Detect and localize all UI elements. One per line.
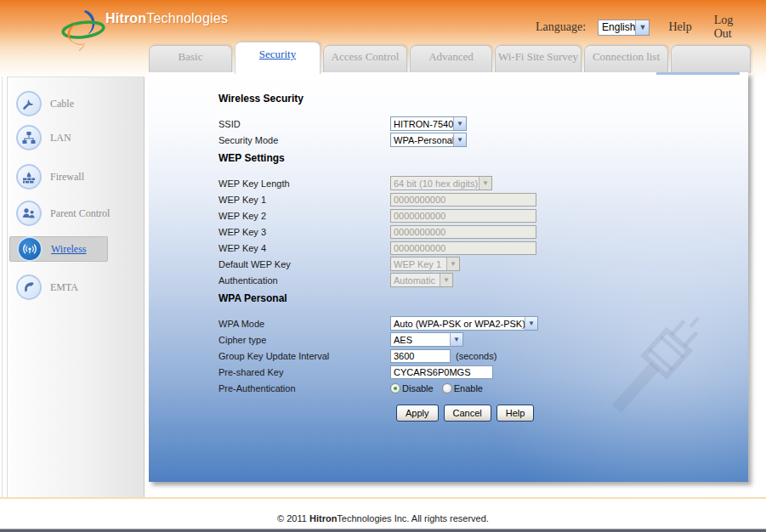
preauth-disable-label: Disable [402,383,434,393]
group-key-row: Group Key Update Interval (seconds) [218,348,712,364]
wpa-mode-row: WPA Mode Auto (WPA-PSK or WPA2-PSK) ▼ [218,315,712,331]
ssid-select[interactable]: HITRON-7540 ▼ [390,116,467,131]
people-icon [16,201,42,226]
help-link[interactable]: Help [668,20,691,34]
apply-button[interactable]: Apply [396,405,439,422]
sidebar-item-parent-control[interactable]: Parent Control [9,201,108,226]
wpa-mode-label: WPA Mode [218,319,390,329]
pre-authentication-row: Pre-Authentication Disable Enable [218,380,712,396]
chevron-down-icon[interactable]: ▼ [453,133,466,146]
panel-top-strip [656,72,740,75]
copyright-text: © 2011 HitronTechnologies Inc. All right… [0,513,766,524]
default-wep-key-row: Default WEP Key WEP Key 1 ▼ [218,256,712,272]
security-mode-label: Security Mode [218,135,390,145]
wep-key-3-label: WEP Key 3 [218,227,390,237]
section-title-wep-settings: WEP Settings [218,152,712,164]
wep-key-length-row: WEP Key Length 64 bit (10 hex digits) ▼ [218,175,712,191]
group-key-input[interactable] [390,349,451,363]
chevron-down-icon: ▼ [440,274,452,286]
tab-connection-list[interactable]: Connection list [584,45,668,73]
wep-key-1-row: WEP Key 1 [218,191,712,207]
language-select[interactable]: English ▼ [598,20,650,36]
tab-advanced[interactable]: Advanced [410,45,492,73]
sidebar: Cable LAN Firewall [7,76,145,497]
tab-security[interactable]: Security [235,42,321,74]
preauth-disable-radio[interactable] [390,383,400,393]
group-key-suffix: (seconds) [456,351,496,361]
sidebar-item-emta[interactable]: EMTA [9,274,108,300]
preauth-enable-label: Enable [454,383,483,393]
cipher-type-select[interactable]: AES ▼ [390,332,463,347]
footer-divider [0,497,766,499]
wep-key-length-select: 64 bit (10 hex digits) ▼ [390,176,492,190]
page-left-edge [2,76,3,497]
cipher-type-label: Cipher type [218,335,390,345]
cipher-type-row: Cipher type AES ▼ [218,331,712,348]
default-wep-key-label: Default WEP Key [218,259,390,269]
network-icon [16,125,42,150]
sidebar-item-lan[interactable]: LAN [9,125,108,150]
sidebar-item-firewall[interactable]: Firewall [9,164,108,190]
wep-key-1-input [390,193,536,207]
content-panel: Wireless Security SSID HITRON-7540 ▼ Sec… [149,72,748,482]
wep-key-length-label: WEP Key Length [218,178,390,189]
default-wep-key-select: WEP Key 1 ▼ [390,257,460,271]
wep-key-2-input [390,209,536,223]
section-title-wpa-personal: WPA Personal [218,292,712,304]
preauth-enable-radio[interactable] [442,383,452,393]
wep-key-4-input [390,241,536,255]
help-button[interactable]: Help [496,405,535,422]
wifi-icon [17,236,43,262]
chevron-down-icon[interactable]: ▼ [450,333,462,346]
wpa-mode-select[interactable]: Auto (WPA-PSK or WPA2-PSK) ▼ [390,316,538,331]
wep-key-4-label: WEP Key 4 [218,243,390,253]
chevron-down-icon: ▼ [446,258,459,270]
ssid-label: SSID [218,119,390,129]
form-buttons: Apply Cancel Help [396,405,712,422]
language-label: Language: [536,20,586,34]
chevron-down-icon[interactable]: ▼ [453,117,466,130]
wep-key-2-row: WEP Key 2 [218,207,712,224]
hitron-logo-icon [60,7,109,53]
sidebar-item-cable[interactable]: Cable [9,91,108,116]
authentication-row: Authentication Automatic ▼ [218,272,712,288]
logout-link[interactable]: Log Out [714,14,744,41]
wep-key-2-label: WEP Key 2 [218,211,390,221]
wep-key-3-row: WEP Key 3 [218,224,712,240]
group-key-label: Group Key Update Interval [218,351,390,361]
authentication-select: Automatic ▼ [390,273,453,287]
firewall-icon [16,164,42,190]
section-title-wireless-security: Wireless Security [218,93,712,105]
security-mode-select[interactable]: WPA-Personal ▼ [390,133,467,147]
cancel-button[interactable]: Cancel [444,405,491,422]
wrench-icon [16,91,42,116]
wep-key-3-input [390,225,536,239]
wep-key-4-row: WEP Key 4 [218,240,712,256]
pre-authentication-label: Pre-Authentication [218,383,390,393]
router-admin-page: HitronTechnologies Language: English ▼ H… [0,0,766,532]
language-select-value: English [599,21,635,33]
tab-access-control[interactable]: Access Control [323,45,407,73]
header-right: Language: English ▼ Help Log Out [536,14,766,41]
pre-authentication-options: Disable Enable [390,383,491,393]
pre-shared-key-row: Pre-shared Key [218,364,712,380]
phone-icon [16,274,42,300]
tab-blank [671,45,751,73]
wep-key-1-label: WEP Key 1 [218,195,390,205]
chevron-down-icon: ▼ [479,177,491,190]
tab-wifi-site-survey[interactable]: Wi-Fi Site Survey [495,45,582,73]
ssid-row: SSID HITRON-7540 ▼ [218,116,712,132]
sidebar-item-wireless[interactable]: Wireless [9,236,108,262]
brand-title: HitronTechnologies [105,11,228,26]
pre-shared-key-input[interactable] [390,365,493,379]
pre-shared-key-label: Pre-shared Key [218,367,390,377]
wireless-security-form: Wireless Security SSID HITRON-7540 ▼ Sec… [218,93,712,422]
security-mode-row: Security Mode WPA-Personal ▼ [218,132,712,148]
chevron-down-icon[interactable]: ▼ [635,20,649,35]
tab-basic[interactable]: Basic [149,45,232,73]
authentication-label: Authentication [218,275,390,286]
chevron-down-icon[interactable]: ▼ [525,317,537,330]
